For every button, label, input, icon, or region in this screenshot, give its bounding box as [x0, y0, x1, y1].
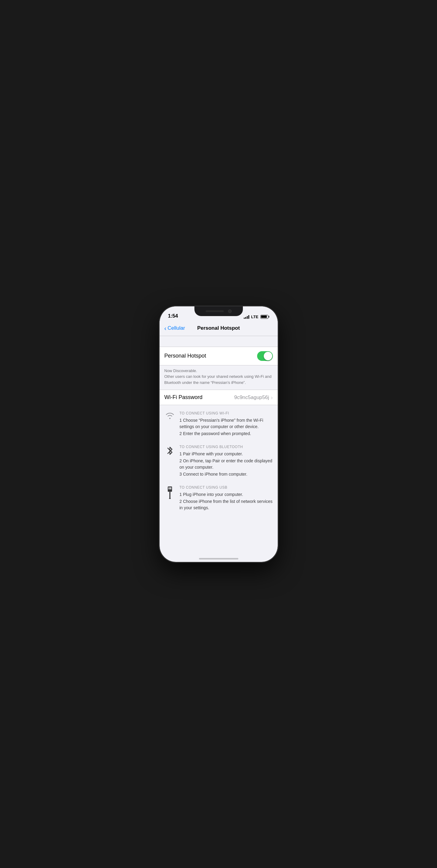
- back-chevron-icon: ‹: [164, 325, 166, 331]
- bluetooth-heading: TO CONNECT USING BLUETOOTH: [180, 445, 273, 449]
- signal-bar-1: [244, 318, 245, 319]
- nav-bar: ‹ Cellular Personal Hotspot: [160, 321, 278, 336]
- instructions-section: TO CONNECT USING WI-FI 1 Choose “Pressia…: [160, 405, 278, 525]
- wifi-instruction-content: TO CONNECT USING WI-FI 1 Choose “Pressia…: [180, 411, 273, 437]
- wifi-heading: TO CONNECT USING WI-FI: [180, 411, 273, 415]
- nav-title: Personal Hotspot: [197, 325, 240, 331]
- wifi-step-2: 2 Enter the password when prompted.: [180, 431, 273, 437]
- svg-rect-2: [170, 487, 171, 489]
- hotspot-toggle-card: Personal Hotspot: [160, 347, 278, 365]
- bluetooth-step-2: 2 On iPhone, tap Pair or enter the code …: [180, 458, 273, 470]
- svg-rect-0: [167, 487, 172, 492]
- lte-label: LTE: [251, 315, 258, 319]
- notch-camera: [228, 309, 232, 313]
- hotspot-toggle-switch[interactable]: [257, 351, 273, 361]
- usb-step-1: 1 Plug iPhone into your computer.: [180, 491, 273, 498]
- section-gap-top: [160, 336, 278, 347]
- usb-instruction-block: TO CONNECT USING USB 1 Plug iPhone into …: [164, 485, 273, 512]
- discoverable-section: Now Discoverable. Other users can look f…: [160, 365, 278, 390]
- svg-rect-1: [168, 487, 169, 489]
- bluetooth-icon: [164, 445, 175, 456]
- bluetooth-instruction-content: TO CONNECT USING BLUETOOTH 1 Pair iPhone…: [180, 445, 273, 478]
- status-right: LTE: [244, 315, 269, 319]
- signal-icon: [244, 315, 249, 319]
- hotspot-toggle-row: Personal Hotspot: [160, 347, 278, 365]
- phone-frame: 1:54 LTE ‹ Ce: [160, 306, 278, 562]
- wifi-password-value: 9c9nc5agup56j: [234, 395, 269, 401]
- wifi-icon: [164, 411, 175, 419]
- back-label: Cellular: [167, 325, 185, 331]
- notch-speaker: [206, 310, 224, 312]
- bluetooth-step-1: 1 Pair iPhone with your computer.: [180, 451, 273, 457]
- toggle-knob: [264, 352, 272, 360]
- signal-bar-4: [248, 315, 249, 319]
- battery-fill: [261, 315, 267, 318]
- wifi-password-chevron-icon: ›: [271, 395, 273, 400]
- usb-heading: TO CONNECT USING USB: [180, 485, 273, 490]
- discoverable-now-text: Now Discoverable.: [164, 368, 197, 373]
- discoverable-desc-text: Other users can look for your shared net…: [164, 374, 272, 385]
- wifi-password-label: Wi-Fi Password: [164, 394, 202, 401]
- bluetooth-instruction-block: TO CONNECT USING BLUETOOTH 1 Pair iPhone…: [164, 445, 273, 478]
- usb-instruction-content: TO CONNECT USING USB 1 Plug iPhone into …: [180, 485, 273, 512]
- usb-icon: [164, 485, 175, 499]
- hotspot-toggle-label: Personal Hotspot: [164, 353, 206, 359]
- wifi-password-row[interactable]: Wi-Fi Password 9c9nc5agup56j ›: [160, 390, 278, 405]
- home-indicator: [199, 558, 238, 559]
- wifi-step-1: 1 Choose “Pressian’s iPhone” from the Wi…: [180, 417, 273, 430]
- battery-icon: [260, 315, 269, 319]
- svg-rect-4: [169, 498, 170, 499]
- bluetooth-step-3: 3 Connect to iPhone from computer.: [180, 471, 273, 477]
- wifi-password-value-wrap: 9c9nc5agup56j ›: [234, 395, 273, 401]
- notch: [194, 306, 243, 316]
- battery-body: [260, 315, 268, 319]
- wifi-instruction-block: TO CONNECT USING WI-FI 1 Choose “Pressia…: [164, 411, 273, 437]
- status-time: 1:54: [168, 313, 178, 319]
- signal-bar-3: [247, 316, 248, 319]
- signal-bar-2: [245, 317, 246, 319]
- usb-step-2: 2 Choose iPhone from the list of network…: [180, 498, 273, 511]
- svg-rect-3: [169, 492, 170, 499]
- content-area: Personal Hotspot Now Discoverable. Other…: [160, 336, 278, 562]
- battery-tip: [269, 316, 269, 318]
- phone-screen: 1:54 LTE ‹ Ce: [160, 306, 278, 562]
